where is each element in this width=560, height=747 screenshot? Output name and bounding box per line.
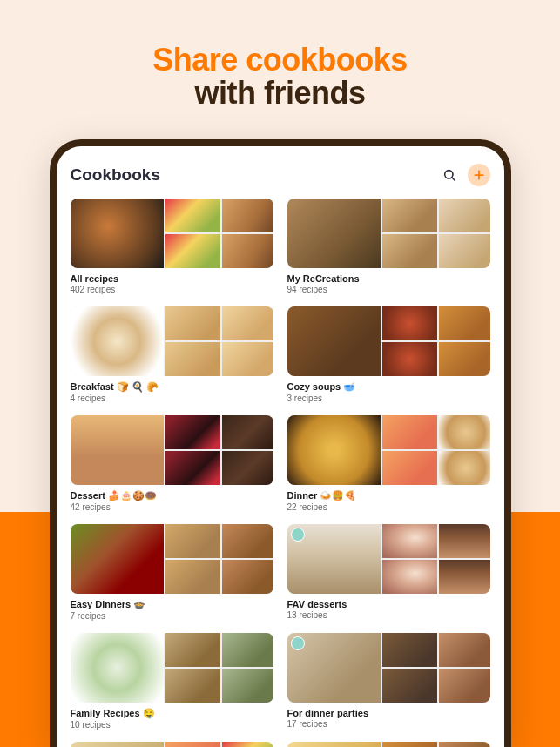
cookbook-count: 3 recipes (287, 394, 490, 403)
recipe-thumb (382, 451, 437, 485)
cookbook-collage (287, 742, 490, 747)
recipe-thumb (287, 415, 381, 485)
cookbook-collage (287, 524, 490, 594)
recipe-thumb (165, 451, 220, 485)
cookbook-title: My ReCreations (287, 273, 490, 284)
recipe-thumb (287, 199, 381, 268)
recipe-thumb (382, 560, 437, 594)
cookbook-title: Dinner 🍛🍔🍕 (287, 490, 490, 501)
cookbook-collage (71, 742, 273, 747)
cookbook-count: 17 recipes (287, 719, 490, 729)
recipe-thumb (439, 415, 490, 449)
cookbook-collage (71, 415, 273, 485)
cookbook-collage (71, 524, 273, 594)
recipe-thumb (222, 524, 273, 558)
recipe-thumb (382, 669, 437, 703)
hero-line-2: with friends (0, 75, 560, 111)
recipe-thumb (222, 633, 273, 667)
cookbook-collage (71, 306, 273, 376)
recipe-thumb (439, 451, 490, 485)
recipe-thumb (222, 234, 273, 268)
recipe-thumb (71, 524, 164, 594)
shared-badge-icon (291, 528, 305, 542)
recipe-thumb (165, 415, 220, 449)
recipe-thumb (222, 451, 273, 485)
cookbook-title: Cozy soups 🥣 (287, 381, 490, 393)
recipe-thumb (287, 742, 381, 747)
recipe-thumb (439, 234, 490, 268)
recipe-thumb (382, 633, 437, 667)
recipe-thumb (439, 306, 490, 340)
cookbook-card[interactable]: Dinner 🍛🍔🍕 22 recipes (287, 415, 490, 512)
search-icon (442, 168, 456, 182)
cookbook-title: For dinner parties (287, 708, 490, 718)
recipe-thumb (222, 742, 273, 747)
recipe-thumb (439, 633, 490, 667)
recipe-thumb (382, 415, 437, 449)
cookbook-count: 94 recipes (287, 285, 490, 294)
cookbook-count: 13 recipes (287, 610, 490, 620)
cookbook-count: 42 recipes (71, 502, 273, 512)
page-title: Cookbooks (71, 165, 160, 185)
recipe-thumb (222, 669, 273, 703)
cookbook-grid: All recipes 402 recipes My ReCreations 9… (71, 199, 490, 747)
cookbook-count: 10 recipes (71, 720, 273, 730)
recipe-thumb (382, 742, 437, 747)
recipe-thumb (71, 742, 164, 747)
cookbook-card[interactable]: My ReCreations 94 recipes (287, 199, 490, 294)
cookbook-card[interactable]: For dinner parties 17 recipes (287, 633, 490, 730)
recipe-thumb (382, 342, 437, 376)
recipe-thumb (165, 234, 220, 268)
search-button[interactable] (438, 164, 461, 186)
recipe-thumb (222, 199, 273, 232)
recipe-thumb (165, 633, 220, 667)
recipe-thumb (165, 342, 220, 376)
hero-text: Share cookbooks with friends (0, 42, 560, 111)
screen-header: Cookbooks (71, 164, 490, 186)
cookbook-collage (287, 306, 490, 376)
cookbook-collage (287, 633, 490, 703)
recipe-thumb (382, 234, 437, 268)
recipe-thumb (165, 199, 220, 232)
recipe-thumb (165, 560, 220, 594)
recipe-thumb (439, 199, 490, 232)
cookbook-title: FAV desserts (287, 599, 490, 609)
recipe-thumb (382, 199, 437, 232)
cookbook-card[interactable]: Cozy soups 🥣 3 recipes (287, 306, 490, 403)
cookbook-collage (287, 415, 490, 485)
cookbook-card[interactable]: All recipes 402 recipes (71, 199, 273, 294)
recipe-thumb (439, 342, 490, 376)
recipe-thumb (165, 524, 220, 558)
recipe-thumb (222, 306, 273, 340)
cookbook-count: 22 recipes (287, 502, 490, 512)
recipe-thumb (439, 669, 490, 703)
cookbook-card[interactable]: FAV desserts 13 recipes (287, 524, 490, 621)
recipe-thumb (222, 342, 273, 376)
recipe-thumb (71, 415, 164, 485)
recipe-thumb (439, 524, 490, 558)
cookbook-title: Easy Dinners 🍲 (71, 599, 273, 610)
shared-badge-icon (291, 636, 305, 650)
cookbook-card[interactable] (71, 742, 273, 747)
recipe-thumb (165, 669, 220, 703)
recipe-thumb (71, 306, 164, 376)
cookbook-title: Dessert 🍰🎂🍪🍩 (71, 490, 273, 501)
cookbook-count: 402 recipes (71, 285, 273, 294)
recipe-thumb (222, 415, 273, 449)
cookbook-title: Family Recipes 🤤 (71, 708, 273, 719)
cookbook-card[interactable] (287, 742, 490, 747)
recipe-thumb (382, 306, 437, 340)
cookbook-card[interactable]: Family Recipes 🤤 10 recipes (71, 633, 273, 730)
cookbook-collage (287, 199, 490, 268)
cookbook-card[interactable]: Dessert 🍰🎂🍪🍩 42 recipes (71, 415, 273, 512)
cookbook-card[interactable]: Breakfast 🍞 🍳 🥐 4 recipes (71, 306, 273, 403)
svg-line-1 (451, 178, 454, 180)
recipe-thumb (165, 306, 220, 340)
cookbook-card[interactable]: Easy Dinners 🍲 7 recipes (71, 524, 273, 621)
recipe-thumb (439, 560, 490, 594)
add-cookbook-button[interactable] (468, 164, 490, 186)
device-frame: Cookbooks (50, 139, 511, 747)
app-screen: Cookbooks (57, 146, 504, 747)
recipe-thumb (287, 633, 381, 703)
recipe-thumb (71, 199, 164, 268)
